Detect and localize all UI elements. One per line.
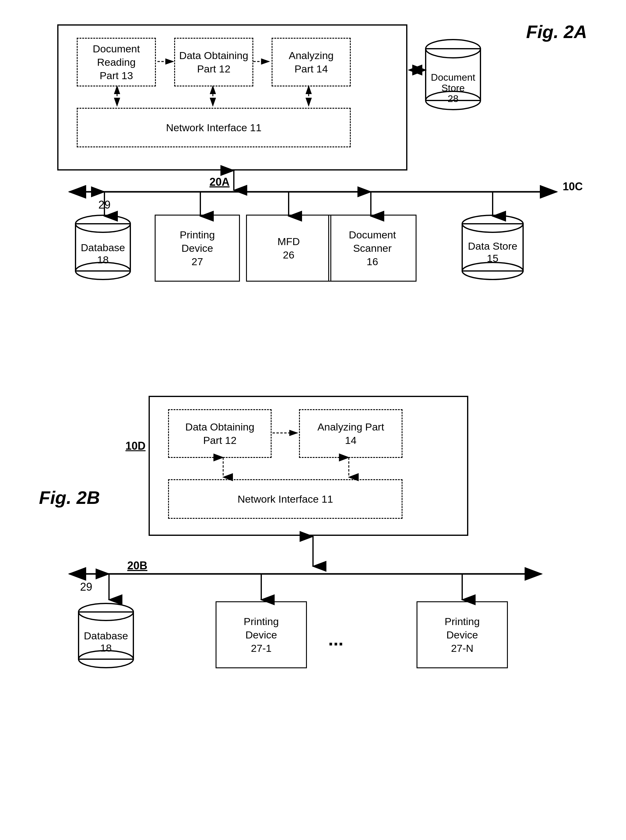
fig2b-label: Fig. 2B xyxy=(39,487,100,508)
box-10c: DocumentReadingPart 13 Data ObtainingPar… xyxy=(57,24,407,171)
box-network-interface-2b: Network Interface 11 xyxy=(168,479,402,519)
cylinder-data-store-15: Data Store 15 xyxy=(459,213,526,288)
ellipsis-2b: ... xyxy=(328,629,343,650)
svg-text:18: 18 xyxy=(100,642,112,654)
mfd-26-label: MFD26 xyxy=(277,235,300,261)
ap14-label-2a: AnalyzingPart 14 xyxy=(289,49,333,75)
svg-text:15: 15 xyxy=(487,252,498,264)
ap14-2b-label: Analyzing Part14 xyxy=(317,420,384,447)
box-document-scanner-16: DocumentScanner16 xyxy=(328,215,416,282)
box-data-obtaining-2b: Data ObtainingPart 12 xyxy=(168,409,272,458)
svg-text:20B: 20B xyxy=(127,559,147,572)
box-analyzing-part-2a: AnalyzingPart 14 xyxy=(272,38,351,86)
ni11-2b-label: Network Interface 11 xyxy=(238,492,333,506)
dop12-label-2a: Data ObtainingPart 12 xyxy=(179,49,249,75)
cylinder-document-store: Document Store 28 xyxy=(423,36,484,117)
printing-device-27-1-label: PrintingDevice27-1 xyxy=(244,615,279,655)
dop12-2b-label: Data ObtainingPart 12 xyxy=(185,420,255,447)
cylinder-database-18-2b: Database 18 xyxy=(75,601,136,676)
box-data-obtaining-part-2a: Data ObtainingPart 12 xyxy=(174,38,254,86)
svg-text:18: 18 xyxy=(97,254,109,266)
svg-text:10C: 10C xyxy=(563,180,583,193)
svg-text:Store: Store xyxy=(441,83,465,94)
box-printing-device-27-n: PrintingDevice27-N xyxy=(416,601,508,668)
cylinder-database-18-2a: Database 18 xyxy=(72,213,133,288)
ni11-label-2a: Network Interface 11 xyxy=(166,121,261,134)
fig2a-label: Fig. 2A xyxy=(526,21,587,42)
printing-device-27-n-label: PrintingDevice27-N xyxy=(444,615,480,655)
svg-text:Document: Document xyxy=(431,72,475,83)
svg-text:29: 29 xyxy=(80,580,92,593)
figure-2b: Fig. 2B 10D Data ObtainingPart 12 Analyz… xyxy=(39,390,587,755)
svg-text:Database: Database xyxy=(81,242,125,253)
doc-scanner-label: DocumentScanner16 xyxy=(349,228,396,269)
printing-device-27-label: PrintingDevice27 xyxy=(180,228,214,269)
figure-2a: Fig. 2A DocumentReadingPart 13 Data Obta… xyxy=(39,18,587,353)
svg-text:28: 28 xyxy=(448,93,459,104)
box-10d: 10D Data ObtainingPart 12 Analyzing Part… xyxy=(149,396,468,536)
label-10d: 10D xyxy=(125,440,146,452)
box-document-reading-part: DocumentReadingPart 13 xyxy=(77,38,156,86)
svg-text:20A: 20A xyxy=(210,176,230,188)
box-analyzing-2b: Analyzing Part14 xyxy=(299,409,402,458)
box-printing-device-27-2a: PrintingDevice27 xyxy=(155,215,240,282)
box-mfd-26: MFD26 xyxy=(246,215,331,282)
drp13-label: DocumentReadingPart 13 xyxy=(93,42,140,83)
box-network-interface-2a: Network Interface 11 xyxy=(77,108,351,147)
box-printing-device-27-1: PrintingDevice27-1 xyxy=(216,601,307,668)
svg-text:Database: Database xyxy=(84,630,128,641)
page: { "fig2a": { "label": "Fig. 2A", "networ… xyxy=(0,0,626,840)
svg-text:Data Store: Data Store xyxy=(468,240,518,252)
svg-text:29: 29 xyxy=(99,199,111,211)
